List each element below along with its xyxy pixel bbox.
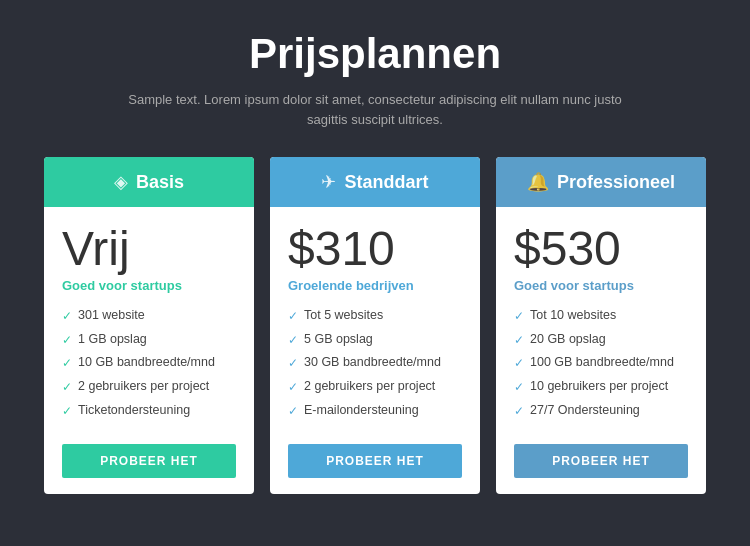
feature-text: E-mailondersteuning — [304, 402, 419, 420]
plan-features-professioneel: ✓Tot 10 websites✓20 GB opslag✓100 GB ban… — [514, 307, 688, 426]
plan-header-basis: ◈Basis — [44, 157, 254, 207]
feature-text: 10 GB bandbreedte/mnd — [78, 354, 215, 372]
check-icon: ✓ — [514, 355, 524, 372]
check-icon: ✓ — [288, 308, 298, 325]
list-item: ✓1 GB opslag — [62, 331, 236, 349]
feature-text: 27/7 Ondersteuning — [530, 402, 640, 420]
feature-text: 100 GB bandbreedte/mnd — [530, 354, 674, 372]
feature-text: Tot 10 websites — [530, 307, 616, 325]
list-item: ✓10 GB bandbreedte/mnd — [62, 354, 236, 372]
check-icon: ✓ — [514, 332, 524, 349]
list-item: ✓30 GB bandbreedte/mnd — [288, 354, 462, 372]
feature-text: 2 gebruikers per project — [78, 378, 209, 396]
plan-icon-basis: ◈ — [114, 171, 128, 193]
feature-text: 301 website — [78, 307, 145, 325]
plan-button-standdart[interactable]: PROBEER HET — [288, 444, 462, 478]
plan-features-basis: ✓301 website✓1 GB opslag✓10 GB bandbreed… — [62, 307, 236, 426]
check-icon: ✓ — [62, 308, 72, 325]
plan-header-standdart: ✈Standdart — [270, 157, 480, 207]
plan-price-sub-professioneel: Goed voor startups — [514, 278, 688, 293]
plan-body-professioneel: $530Goed voor startups✓Tot 10 websites✓2… — [496, 207, 706, 494]
page-title: Prijsplannen — [249, 30, 501, 78]
plan-name-basis: Basis — [136, 172, 184, 193]
list-item: ✓20 GB opslag — [514, 331, 688, 349]
check-icon: ✓ — [514, 308, 524, 325]
feature-text: 10 gebruikers per project — [530, 378, 668, 396]
feature-text: 20 GB opslag — [530, 331, 606, 349]
feature-text: 1 GB opslag — [78, 331, 147, 349]
list-item: ✓5 GB opslag — [288, 331, 462, 349]
plan-body-standdart: $310Groelende bedrijven✓Tot 5 websites✓5… — [270, 207, 480, 494]
list-item: ✓Tot 5 websites — [288, 307, 462, 325]
check-icon: ✓ — [62, 332, 72, 349]
feature-text: 5 GB opslag — [304, 331, 373, 349]
feature-text: 2 gebruikers per project — [304, 378, 435, 396]
plan-button-basis[interactable]: PROBEER HET — [62, 444, 236, 478]
plan-name-professioneel: Professioneel — [557, 172, 675, 193]
list-item: ✓100 GB bandbreedte/mnd — [514, 354, 688, 372]
plan-features-standdart: ✓Tot 5 websites✓5 GB opslag✓30 GB bandbr… — [288, 307, 462, 426]
check-icon: ✓ — [288, 355, 298, 372]
plan-header-professioneel: 🔔Professioneel — [496, 157, 706, 207]
feature-text: Tot 5 websites — [304, 307, 383, 325]
page-subtitle: Sample text. Lorem ipsum dolor sit amet,… — [115, 90, 635, 129]
check-icon: ✓ — [514, 379, 524, 396]
plan-icon-professioneel: 🔔 — [527, 171, 549, 193]
plan-icon-standdart: ✈ — [321, 171, 336, 193]
list-item: ✓E-mailondersteuning — [288, 402, 462, 420]
check-icon: ✓ — [514, 403, 524, 420]
check-icon: ✓ — [288, 332, 298, 349]
list-item: ✓Tot 10 websites — [514, 307, 688, 325]
plan-price-basis: Vrij — [62, 223, 236, 276]
plan-card-standdart: ✈Standdart$310Groelende bedrijven✓Tot 5 … — [270, 157, 480, 494]
plan-price-standdart: $310 — [288, 223, 462, 276]
plan-button-professioneel[interactable]: PROBEER HET — [514, 444, 688, 478]
list-item: ✓27/7 Ondersteuning — [514, 402, 688, 420]
plan-card-basis: ◈BasisVrijGoed voor startups✓301 website… — [44, 157, 254, 494]
plan-price-sub-standdart: Groelende bedrijven — [288, 278, 462, 293]
plan-price-sub-basis: Goed voor startups — [62, 278, 236, 293]
plan-card-professioneel: 🔔Professioneel$530Goed voor startups✓Tot… — [496, 157, 706, 494]
list-item: ✓2 gebruikers per project — [288, 378, 462, 396]
feature-text: Ticketondersteuning — [78, 402, 190, 420]
check-icon: ✓ — [288, 379, 298, 396]
check-icon: ✓ — [288, 403, 298, 420]
check-icon: ✓ — [62, 403, 72, 420]
list-item: ✓301 website — [62, 307, 236, 325]
plan-price-professioneel: $530 — [514, 223, 688, 276]
list-item: ✓Ticketondersteuning — [62, 402, 236, 420]
plan-name-standdart: Standdart — [344, 172, 428, 193]
list-item: ✓2 gebruikers per project — [62, 378, 236, 396]
plans-container: ◈BasisVrijGoed voor startups✓301 website… — [20, 157, 730, 494]
feature-text: 30 GB bandbreedte/mnd — [304, 354, 441, 372]
check-icon: ✓ — [62, 355, 72, 372]
check-icon: ✓ — [62, 379, 72, 396]
list-item: ✓10 gebruikers per project — [514, 378, 688, 396]
plan-body-basis: VrijGoed voor startups✓301 website✓1 GB … — [44, 207, 254, 494]
